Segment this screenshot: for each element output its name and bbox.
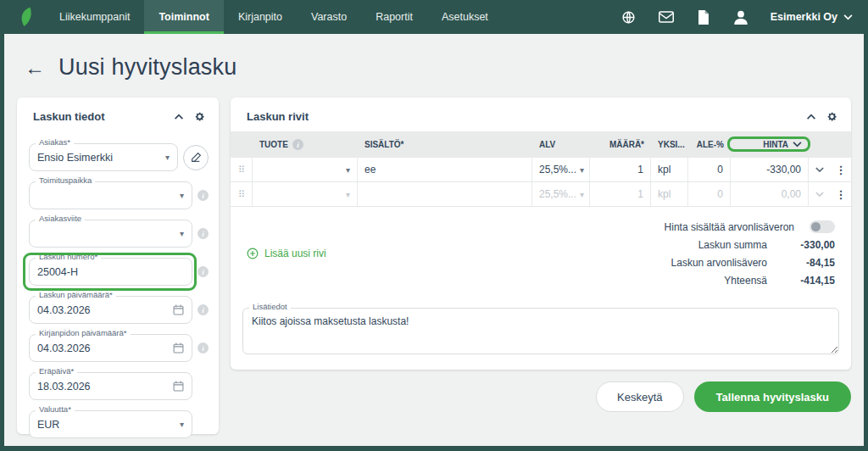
customer-reference-select[interactable]: ▾ [29, 220, 192, 248]
row1-discount-input[interactable]: 0 [688, 158, 731, 181]
select-caret-icon: ▾ [346, 165, 350, 175]
col-header-hinta[interactable]: HINTA [731, 140, 809, 149]
col-header-sisalto: SISÄLTÖ* [358, 140, 532, 149]
calendar-icon[interactable] [173, 381, 184, 392]
drag-handle-icon[interactable]: ⠿ [231, 182, 253, 206]
document-icon[interactable] [696, 9, 711, 25]
app-logo[interactable] [11, 0, 45, 34]
info-icon[interactable]: i [292, 139, 303, 150]
row2-vat-select[interactable]: 25,5%...▾ [532, 182, 590, 206]
select-caret-icon: ▾ [180, 229, 184, 238]
plus-circle-icon [247, 248, 259, 259]
row1-kebab-menu-icon[interactable]: ⋮ [831, 158, 851, 181]
row2-price-input[interactable]: 0,00 [731, 182, 809, 206]
rows-table-header: TUOTEi SISÄLTÖ* ALV MÄÄRÄ* YKSI... ALE-%… [231, 131, 851, 158]
select-caret-icon: ▾ [180, 420, 184, 429]
company-name: Esimerkki Oy [771, 11, 837, 23]
select-caret-icon: ▾ [580, 190, 584, 199]
nav-item-raportit[interactable]: Raportit [361, 0, 427, 34]
currency-select[interactable]: EUR ▾ [29, 410, 192, 438]
calendar-icon[interactable] [173, 304, 184, 315]
totals-block: Hinta sisältää arvonlisäveron Laskun sum… [581, 218, 835, 289]
row1-product-select[interactable]: ▾ [253, 158, 358, 181]
invoice-number-input[interactable]: 25004-H [29, 258, 192, 286]
collapse-chevron-icon[interactable] [174, 114, 184, 120]
info-icon[interactable]: i [198, 304, 209, 315]
row1-price-input[interactable]: -330,00 [731, 158, 809, 181]
row2-discount-input[interactable]: 0 [688, 182, 731, 206]
back-arrow-icon[interactable]: ← [25, 58, 45, 78]
top-navigation-bar: Liikekumppanit Toiminnot Kirjanpito Vara… [0, 0, 868, 34]
mail-icon[interactable] [659, 9, 674, 25]
row1-vat-select[interactable]: 25,5%...▾ [532, 158, 590, 181]
row2-quantity-input[interactable]: 1 [590, 182, 651, 206]
invoice-date-input[interactable]: 04.03.2026 [29, 296, 192, 324]
select-caret-icon: ▾ [180, 191, 184, 200]
chevron-down-icon [843, 14, 853, 20]
invoice-sum-value: -330,00 [782, 239, 835, 251]
invoice-row-2: ⠿ ▾ 25,5%...▾ 1 kpl 0 0,00 ⋮ [231, 182, 851, 207]
invoice-vat-label: Laskun arvonlisävero [671, 257, 767, 269]
gear-icon[interactable] [194, 111, 205, 122]
row1-quantity-input[interactable]: 1 [590, 158, 651, 181]
leaf-logo-icon [19, 6, 33, 28]
edit-customer-button[interactable] [183, 145, 209, 170]
invoice-sum-label: Laskun summa [698, 239, 767, 251]
row1-unit-input[interactable]: kpl [651, 158, 688, 181]
info-icon[interactable]: i [198, 266, 209, 277]
nav-item-toiminnot[interactable]: Toiminnot [144, 0, 223, 34]
main-nav: Liikekumppanit Toiminnot Kirjanpito Vara… [45, 0, 503, 34]
hinta-chevron-down-icon[interactable] [793, 142, 802, 148]
cancel-button[interactable]: Keskeytä [596, 381, 683, 412]
nav-item-asetukset[interactable]: Asetukset [427, 0, 503, 34]
select-caret-icon: ▾ [165, 153, 170, 162]
topbar-right: Esimerkki Oy [621, 0, 853, 34]
customer-select[interactable]: Ensio Esimerkki ▾ [29, 143, 178, 171]
delivery-location-select[interactable]: ▾ [29, 181, 192, 209]
grand-total-value: -414,15 [782, 275, 835, 287]
col-header-ale: ALE-% [688, 140, 731, 149]
add-row-link[interactable]: Lisää uusi rivi [247, 218, 326, 289]
field-label-toimituspaikka: Toimituspaikka [36, 175, 95, 185]
field-label-erapaiva: Eräpäivä* [36, 366, 77, 376]
info-icon[interactable]: i [198, 190, 209, 201]
row2-product-select[interactable]: ▾ [253, 182, 358, 206]
field-label-laskun-paivamaara: Laskun päivämäärä* [36, 290, 116, 299]
drag-handle-icon[interactable]: ⠿ [231, 158, 253, 181]
save-credit-note-button[interactable]: Tallenna hyvityslasku [694, 381, 851, 412]
invoice-details-title: Laskun tiedot [33, 110, 105, 123]
info-icon[interactable]: i [198, 228, 209, 239]
nav-item-kirjanpito[interactable]: Kirjanpito [224, 0, 297, 34]
globe-icon[interactable] [621, 9, 637, 25]
user-icon[interactable] [733, 9, 748, 25]
accounting-date-input[interactable]: 04.03.2026 [29, 334, 192, 362]
field-label-kirjanpidon-paivamaara: Kirjanpidon päivämäärä* [36, 328, 131, 337]
vat-included-toggle[interactable] [810, 220, 835, 233]
due-date-input[interactable]: 18.03.2026 [29, 372, 192, 400]
pencil-icon [191, 152, 202, 163]
nav-item-varasto[interactable]: Varasto [297, 0, 361, 34]
row1-content-input[interactable]: ee [358, 158, 532, 181]
notes-label: Lisätiedot [249, 302, 291, 311]
row2-expand-chevron-icon[interactable] [809, 182, 831, 206]
row1-expand-chevron-icon[interactable] [809, 158, 831, 181]
action-bar: Keskeytä Tallenna hyvityslasku [231, 370, 851, 412]
row2-kebab-menu-icon[interactable]: ⋮ [831, 182, 851, 206]
row2-content-input[interactable] [358, 182, 532, 206]
select-caret-icon: ▾ [346, 190, 350, 199]
invoice-rows-panel: Laskun rivit TUOTEi [231, 97, 851, 370]
notes-textarea[interactable]: Kiitos ajoissa maksetusta laskusta! [242, 308, 839, 354]
calendar-icon[interactable] [173, 342, 184, 354]
col-header-alv: ALV [532, 140, 590, 149]
gear-icon[interactable] [826, 111, 837, 122]
company-menu[interactable]: Esimerkki Oy [771, 11, 853, 23]
info-icon[interactable]: i [198, 342, 209, 354]
nav-item-liikekumppanit[interactable]: Liikekumppanit [45, 0, 144, 34]
field-label-asiakas: Asiakas* [36, 137, 74, 147]
collapse-chevron-icon[interactable] [806, 114, 816, 120]
invoice-details-panel: Laskun tiedot Asiakas* [17, 97, 219, 434]
field-label-asiakasviite: Asiakasviite [36, 214, 85, 223]
page-title: Uusi hyvityslasku [58, 54, 236, 81]
row2-unit-input[interactable]: kpl [651, 182, 688, 206]
page-content: ← Uusi hyvityslasku Laskun tiedot [4, 34, 864, 446]
